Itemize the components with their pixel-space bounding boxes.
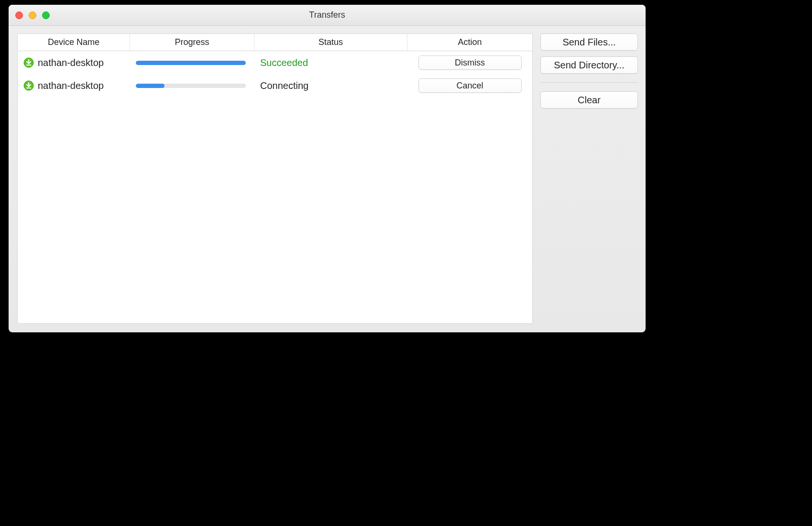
progress-fill — [136, 61, 246, 65]
status-cell: Connecting — [257, 80, 410, 91]
cancel-button[interactable]: Cancel — [418, 78, 522, 93]
traffic-lights — [15, 11, 50, 19]
progress-cell — [133, 61, 257, 65]
column-header-status[interactable]: Status — [254, 34, 407, 51]
device-name: nathan-desktop — [38, 57, 104, 68]
divider — [540, 82, 638, 83]
status-cell: Succeeded — [257, 57, 410, 68]
action-cell: Dismiss — [410, 55, 529, 70]
progress-bar — [136, 61, 246, 65]
action-cell: Cancel — [410, 78, 529, 93]
transfers-window: Transfers Device Name Progress Status Ac… — [9, 5, 646, 332]
table-row[interactable]: nathan-desktop Connecting Cancel — [18, 74, 532, 97]
window-title: Transfers — [309, 10, 345, 20]
device-cell: nathan-desktop — [21, 80, 133, 91]
maximize-window-button[interactable] — [42, 11, 50, 19]
download-icon — [23, 80, 34, 91]
table-body[interactable]: nathan-desktop Succeeded Dismiss — [18, 51, 532, 323]
clear-button[interactable]: Clear — [540, 91, 638, 109]
transfers-table: Device Name Progress Status Action — [17, 33, 533, 324]
download-icon — [23, 57, 34, 68]
column-header-progress[interactable]: Progress — [130, 34, 254, 51]
dismiss-button[interactable]: Dismiss — [418, 55, 522, 70]
window-content: Device Name Progress Status Action — [9, 26, 646, 332]
titlebar[interactable]: Transfers — [9, 5, 646, 26]
device-name: nathan-desktop — [38, 80, 104, 91]
table-header: Device Name Progress Status Action — [18, 34, 532, 51]
progress-cell — [133, 84, 257, 88]
column-header-device[interactable]: Device Name — [18, 34, 130, 51]
device-cell: nathan-desktop — [21, 57, 133, 68]
column-header-action[interactable]: Action — [407, 34, 532, 51]
close-window-button[interactable] — [15, 11, 23, 19]
table-row[interactable]: nathan-desktop Succeeded Dismiss — [18, 51, 532, 74]
minimize-window-button[interactable] — [29, 11, 36, 19]
progress-bar — [136, 84, 246, 88]
send-files-button[interactable]: Send Files... — [540, 33, 638, 51]
sidebar: Send Files... Send Directory... Clear — [533, 26, 646, 332]
progress-fill — [136, 84, 165, 88]
send-directory-button[interactable]: Send Directory... — [540, 56, 638, 74]
